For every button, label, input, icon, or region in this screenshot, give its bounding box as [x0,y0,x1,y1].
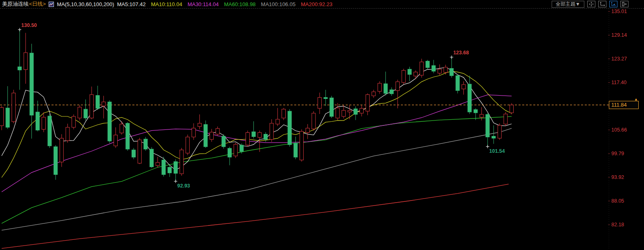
candle[interactable] [468,76,472,114]
candle[interactable] [12,90,16,123]
candle[interactable] [6,86,9,129]
candle[interactable] [66,124,69,143]
ma100-value: MA100:106.05 [261,1,296,7]
candle[interactable] [330,96,333,118]
candle[interactable] [378,81,381,94]
candle[interactable] [180,148,183,176]
axis-tick-label: 105.66 [611,127,627,133]
ma5-line [2,67,512,170]
candle[interactable] [438,65,441,76]
candle[interactable] [372,90,376,98]
axis-tick-label: 88.05 [611,198,624,204]
candle[interactable] [210,129,213,142]
candle[interactable] [42,112,45,132]
candle[interactable] [306,124,309,139]
candle[interactable] [492,125,495,144]
candle[interactable] [234,143,237,158]
candle[interactable] [462,81,465,95]
candle[interactable] [354,106,358,120]
swing-label: 92.93 [177,183,190,189]
candle[interactable] [486,113,490,147]
candle[interactable] [48,114,51,148]
candle[interactable] [84,99,87,120]
candle[interactable] [216,127,219,136]
candle[interactable] [36,100,40,131]
candle[interactable] [138,138,141,164]
period-label: <日线> [29,0,46,8]
candle[interactable] [498,123,501,140]
fine-move-icon[interactable] [587,1,595,7]
candle[interactable] [402,69,405,85]
candle[interactable] [144,137,148,151]
candle[interactable] [156,157,159,168]
candle[interactable] [252,121,255,138]
candle[interactable] [408,67,411,81]
candle[interactable] [294,136,297,159]
candle[interactable] [396,80,400,108]
candle[interactable] [18,30,22,90]
candle[interactable] [384,71,387,95]
axis-scale-icon[interactable] [598,1,606,7]
axis-tick-label: 123.27 [611,56,627,62]
candle[interactable] [444,65,447,75]
candle[interactable] [132,148,136,159]
candle[interactable] [276,108,280,126]
candle[interactable] [222,134,226,149]
candle[interactable] [390,87,394,96]
candle[interactable] [432,60,436,74]
candle[interactable] [336,103,340,120]
candle[interactable] [96,86,99,110]
candle[interactable] [504,112,508,126]
candle[interactable] [300,129,304,162]
candle[interactable] [114,127,117,148]
candle[interactable] [510,103,514,114]
axis-tick-label: 117.40 [611,80,626,85]
candle[interactable] [192,123,195,140]
candle[interactable] [360,105,363,116]
candle[interactable] [60,134,63,167]
candle[interactable] [30,44,34,138]
candle[interactable] [108,100,112,143]
candle[interactable] [198,114,201,129]
candle[interactable] [348,105,351,119]
candle[interactable] [126,122,130,151]
candle[interactable] [150,147,154,168]
candle[interactable] [450,57,454,78]
candle[interactable] [78,105,81,121]
candle[interactable] [420,59,423,78]
axis-tick-label: 129.14 [611,32,627,38]
candle[interactable] [342,105,345,118]
price-axis[interactable]: 135.01129.14123.27117.40111.53105.6699.7… [608,9,627,250]
price-up-arrow-icon: ▲ [634,97,638,101]
chart-header: 美原油连续 <日线> MA(5,10,30,60,100,200) MA5:10… [0,0,644,9]
candle[interactable] [204,121,208,148]
theme-dropdown[interactable]: 全部主题▼ [552,1,584,8]
candle[interactable] [282,108,286,120]
candle[interactable] [366,94,369,115]
candle[interactable] [246,131,249,147]
candle[interactable] [480,107,483,121]
candle[interactable] [318,93,322,114]
candle[interactable] [174,159,177,181]
candle[interactable] [414,70,418,79]
chart-canvas[interactable]: 130.5092.93123.68101.54135.01129.14123.2… [0,0,644,250]
candle[interactable] [186,134,190,155]
candle[interactable] [324,90,327,106]
candle[interactable] [120,121,123,135]
ma10-line [2,71,512,177]
candle[interactable] [90,87,94,119]
candle[interactable] [0,106,4,130]
candle[interactable] [456,74,459,93]
swing-label: 123.68 [453,50,469,56]
candle[interactable] [24,33,27,83]
chart-window: 130.5092.93123.68101.54135.01129.14123.2… [0,0,644,250]
candle[interactable] [54,145,58,180]
candle[interactable] [270,119,273,142]
exit-right-icon[interactable] [620,1,628,7]
auto-scale-icon-active[interactable] [609,1,617,7]
candle[interactable] [288,109,291,147]
candle[interactable] [312,111,315,130]
candle[interactable] [72,114,76,129]
candle[interactable] [228,147,231,165]
candle[interactable] [426,60,429,70]
